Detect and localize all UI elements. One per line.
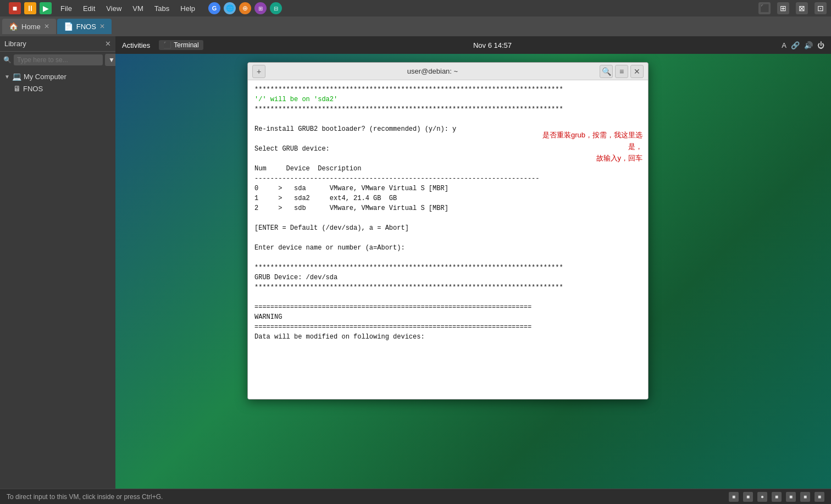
terminal-line-11: 1 > sda2 ext4, 21.4 GB GB xyxy=(254,193,641,203)
terminal-line-9: ----------------------------------------… xyxy=(254,174,641,184)
sidebar-item-mycomputer[interactable]: ▼ 💻 My Computer xyxy=(0,70,115,82)
tab-fnos-label: FNOS xyxy=(76,23,96,31)
menu-edit[interactable]: Edit xyxy=(81,3,97,14)
sidebar-title: Library xyxy=(4,40,26,48)
vm-btn4[interactable]: ⊡ xyxy=(815,2,827,14)
gnome-bar-right: A 🔗 🔊 ⏻ xyxy=(782,41,824,49)
status-icon-1[interactable]: ■ xyxy=(729,492,739,502)
terminal-line-20: ****************************************… xyxy=(254,283,641,292)
terminal-line-24: ========================================… xyxy=(254,322,641,332)
google-icon[interactable]: G xyxy=(208,2,220,14)
tab-home-close[interactable]: ✕ xyxy=(44,23,49,30)
menu-help[interactable]: Help xyxy=(178,3,197,14)
menu-view[interactable]: View xyxy=(104,3,124,14)
app-icons: G 🌐 ⊕ ⊞ ⊟ xyxy=(208,2,282,14)
app-icon[interactable]: ⊟ xyxy=(270,2,282,14)
status-icon-5[interactable]: ■ xyxy=(786,492,796,502)
vm-btn3[interactable]: ⊠ xyxy=(796,2,808,14)
globe-icon[interactable]: 🌐 xyxy=(224,2,236,14)
sidebar-header: Library ✕ xyxy=(0,36,115,52)
tab-home[interactable]: 🏠 Home ✕ xyxy=(2,19,56,34)
sidebar-search: 🔍 ▼ xyxy=(0,52,115,68)
status-bar-right: ■ ■ ● ■ ■ ■ ■ xyxy=(729,492,824,502)
terminal-line-3 xyxy=(254,114,641,124)
activities-button[interactable]: Activities xyxy=(122,41,150,49)
keyboard-icon[interactable]: A xyxy=(782,41,786,49)
orange-icon[interactable]: ⊕ xyxy=(239,2,251,14)
gnome-bar-center: Nov 6 14:57 xyxy=(473,41,512,49)
volume-icon[interactable]: 🔊 xyxy=(804,41,813,49)
terminal-line-2: ****************************************… xyxy=(254,104,641,114)
new-tab-button[interactable]: + xyxy=(252,65,265,78)
terminal-line-21 xyxy=(254,292,641,302)
gnome-bar: Activities ⬛ Terminal Nov 6 14:57 A 🔗 🔊 … xyxy=(115,36,831,54)
terminal-line-0: ****************************************… xyxy=(254,85,641,95)
menu-tabs[interactable]: Tabs xyxy=(152,3,171,14)
menu-file[interactable]: File xyxy=(58,3,74,14)
terminal-line-8: Num Device Description xyxy=(254,164,641,174)
fnos-tree-icon: 🖥 xyxy=(13,84,21,93)
terminal-icon: ⬛ xyxy=(163,41,171,49)
main-area: 🏠 Home ✕ 📄 FNOS ✕ Library ✕ 🔍 ▼ xyxy=(0,16,831,489)
vm-desktop[interactable]: + user@debian: ~ 🔍 ≡ ✕ *****************… xyxy=(115,54,831,489)
terminal-line-10: 0 > sda VMware, VMware Virtual S [MBR] xyxy=(254,184,641,193)
terminal-line-12: 2 > sdb VMware, VMware Virtual S [MBR] xyxy=(254,203,641,213)
terminal-window: + user@debian: ~ 🔍 ≡ ✕ *****************… xyxy=(247,62,649,400)
terminal-content[interactable]: ****************************************… xyxy=(248,80,648,399)
stop-button[interactable]: ■ xyxy=(9,2,21,14)
search-dropdown[interactable]: ▼ xyxy=(105,54,115,66)
vm-area: Activities ⬛ Terminal Nov 6 14:57 A 🔗 🔊 … xyxy=(115,36,831,489)
sidebar-item-fnos[interactable]: 🖥 FNOS xyxy=(0,82,115,95)
vm-btn2[interactable]: ⊞ xyxy=(777,2,789,14)
sidebar-tree: ▼ 💻 My Computer 🖥 FNOS xyxy=(0,68,115,489)
tab-fnos[interactable]: 📄 FNOS ✕ xyxy=(57,19,112,34)
power-icon[interactable]: ⏻ xyxy=(817,41,824,49)
status-icon-7[interactable]: ■ xyxy=(815,492,824,502)
tab-fnos-close[interactable]: ✕ xyxy=(99,23,105,30)
my-computer-label: My Computer xyxy=(24,73,67,81)
vm-btn1[interactable]: ⬛ xyxy=(758,2,771,14)
tab-home-label: Home xyxy=(21,23,41,31)
search-terminal-button[interactable]: 🔍 xyxy=(600,65,613,78)
terminal-line-17 xyxy=(254,253,641,263)
menu-terminal-button[interactable]: ≡ xyxy=(615,65,628,78)
computer-icon: 💻 xyxy=(12,72,21,81)
terminal-label: Terminal xyxy=(174,41,198,49)
sidebar-close-icon[interactable]: ✕ xyxy=(105,40,111,48)
sidebar: Library ✕ 🔍 ▼ ▼ 💻 My Computer 🖥 FNOS xyxy=(0,36,115,489)
terminal-line-15 xyxy=(254,233,641,243)
terminal-line-16: Enter device name or number (a=Abort): xyxy=(254,243,641,253)
search-input[interactable] xyxy=(14,54,103,65)
network-status-icon[interactable]: 🔗 xyxy=(791,41,800,49)
terminal-button[interactable]: ⬛ Terminal xyxy=(159,40,203,50)
terminal-annotation: 是否重装grub，按需，我这里选是， 故输入y，回车 xyxy=(533,130,642,164)
terminal-line-19: GRUB Device: /dev/sda xyxy=(254,273,641,283)
close-terminal-button[interactable]: ✕ xyxy=(630,65,644,78)
expand-arrow: ▼ xyxy=(4,74,10,80)
play-button[interactable]: ▶ xyxy=(40,2,52,14)
window-controls: ■ ⏸ ▶ xyxy=(9,2,52,14)
terminal-tb-left: + xyxy=(252,65,265,78)
terminal-titlebar: + user@debian: ~ 🔍 ≡ ✕ xyxy=(248,63,648,80)
status-icon-4[interactable]: ■ xyxy=(772,492,782,502)
status-icon-3[interactable]: ● xyxy=(757,492,767,502)
terminal-title: user@debian: ~ xyxy=(265,67,600,75)
status-bar: To direct input to this VM, click inside… xyxy=(0,489,831,504)
terminal-line-25: Data will be modified on following devic… xyxy=(254,332,641,342)
status-icon-6[interactable]: ■ xyxy=(800,492,810,502)
menu-vm[interactable]: VM xyxy=(130,3,146,14)
fnos-tree-label: FNOS xyxy=(23,85,43,93)
gnome-bar-left: Activities ⬛ Terminal xyxy=(122,40,203,50)
terminal-line-18: ****************************************… xyxy=(254,263,641,273)
tabs-bar: 🏠 Home ✕ 📄 FNOS ✕ xyxy=(0,16,831,36)
search-icon: 🔍 xyxy=(3,56,12,64)
network-icon[interactable]: ⊞ xyxy=(254,2,267,14)
terminal-line-14: [ENTER = Default (/dev/sda), a = Abort] xyxy=(254,223,641,233)
menubar: ■ ⏸ ▶ File Edit View VM Tabs Help G 🌐 ⊕ … xyxy=(0,0,831,16)
content-area: Library ✕ 🔍 ▼ ▼ 💻 My Computer 🖥 FNOS xyxy=(0,36,831,489)
pause-button[interactable]: ⏸ xyxy=(24,2,36,14)
terminal-line-1: '/′ will be on 'sda2' xyxy=(254,95,641,104)
terminal-line-23: WARNING xyxy=(254,312,641,322)
status-icon-2[interactable]: ■ xyxy=(743,492,753,502)
status-message: To direct input to this VM, click inside… xyxy=(7,493,163,501)
